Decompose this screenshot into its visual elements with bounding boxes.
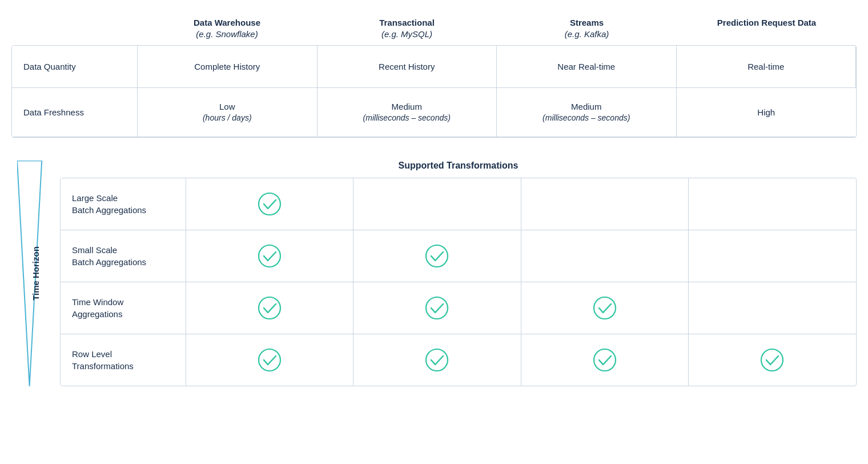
col-header-streams: Streams(e.g. Kafka) [497,17,677,39]
check-icon [759,347,785,373]
data-quantity-cell-2: Near Real-time [497,46,677,88]
check-icon [256,243,283,269]
bottom-section-title: Supported Transformations [60,161,857,171]
bottom-content: Supported Transformations Large ScaleBat… [60,161,857,386]
check-icon [424,295,450,321]
bottom-cell-r3-c1 [353,334,521,386]
svg-point-8 [426,349,448,371]
data-quantity-cell-1: Recent History [318,46,497,88]
row-label-data-quantity: Data Quantity [12,46,138,88]
data-freshness-cell-3: High [677,88,857,137]
bottom-section: Time Horizon Supported Transformations L… [11,161,857,386]
bottom-cell-r2-c3 [689,282,856,334]
time-horizon-container: Time Horizon [11,161,60,386]
svg-point-7 [259,349,280,371]
svg-point-2 [259,245,280,267]
column-headers: Data Warehouse(e.g. Snowflake)Transactio… [11,17,857,45]
bottom-cell-r0-c0 [186,178,353,230]
bottom-cell-r0-c3 [689,178,856,230]
bottom-cell-r1-c0 [186,230,353,282]
check-icon [592,295,618,321]
bottom-cell-r0-c1 [353,178,521,230]
bottom-cell-r0-c2 [521,178,689,230]
svg-point-6 [594,297,616,319]
time-horizon-label: Time Horizon [31,246,41,301]
check-icon [256,295,283,321]
data-freshness-cell-1: Medium(milliseconds – seconds) [318,88,497,137]
data-quantity-cell-0: Complete History [138,46,318,88]
bottom-cell-r1-c2 [521,230,689,282]
data-freshness-cell-0: Low(hours / days) [138,88,318,137]
col-header-prediction: Prediction Request Data [677,17,857,39]
bottom-cell-r3-c0 [186,334,353,386]
check-icon [424,243,450,269]
col-header-transactional: Transactional(e.g. MySQL) [317,17,497,39]
bottom-row-label-0: Large ScaleBatch Aggregations [61,178,186,230]
bottom-row-label-3: Row LevelTransformations [61,334,186,386]
bottom-row-label-2: Time WindowAggregations [61,282,186,334]
col-header-data-warehouse: Data Warehouse(e.g. Snowflake) [137,17,317,39]
svg-point-3 [426,245,448,267]
check-icon [256,347,283,373]
top-section: Data Warehouse(e.g. Snowflake)Transactio… [11,17,857,138]
bottom-grid: Large ScaleBatch Aggregations Small Scal… [60,178,857,386]
bottom-row-label-1: Small ScaleBatch Aggregations [61,230,186,282]
check-icon [592,347,618,373]
bottom-cell-r2-c0 [186,282,353,334]
svg-point-1 [259,193,280,215]
svg-point-9 [594,349,616,371]
bottom-cell-r3-c2 [521,334,689,386]
bottom-cell-r1-c1 [353,230,521,282]
top-table: Data QuantityComplete HistoryRecent Hist… [11,45,857,138]
svg-point-5 [426,297,448,319]
bottom-cell-r2-c2 [521,282,689,334]
bottom-cell-r2-c1 [353,282,521,334]
check-icon [424,347,450,373]
row-label-data-freshness: Data Freshness [12,88,138,137]
check-icon [256,191,283,217]
svg-point-10 [761,349,783,371]
data-freshness-cell-2: Medium(milliseconds – seconds) [497,88,677,137]
header-empty-cell [11,17,137,39]
data-quantity-cell-3: Real-time [677,46,857,88]
bottom-cell-r3-c3 [689,334,856,386]
bottom-cell-r1-c3 [689,230,856,282]
svg-point-4 [259,297,280,319]
